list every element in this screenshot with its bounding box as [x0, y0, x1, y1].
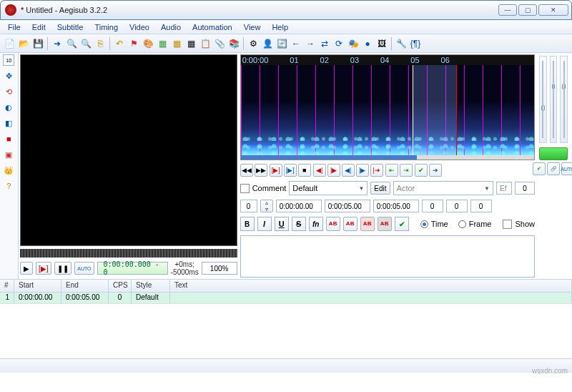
- col-cps[interactable]: CPS: [109, 280, 132, 292]
- edit-style-button[interactable]: Edit: [370, 182, 390, 195]
- col-text[interactable]: Text: [170, 280, 572, 292]
- link-slider-button[interactable]: [539, 147, 568, 160]
- auto-scroll-toggle[interactable]: AUTO: [561, 162, 572, 175]
- styles-icon[interactable]: 🎨: [142, 37, 154, 50]
- bold-button[interactable]: B: [240, 217, 255, 231]
- next-line-button[interactable]: ▶▶: [255, 164, 267, 177]
- menu-subtitle[interactable]: Subtitle: [52, 21, 89, 33]
- start-time-field[interactable]: [276, 200, 322, 212]
- stop-button[interactable]: ■: [298, 164, 311, 177]
- help-tool-icon[interactable]: ?: [3, 180, 14, 192]
- col-end[interactable]: End: [61, 280, 109, 292]
- video-timecode[interactable]: 0:00:00.000 - 0: [97, 262, 168, 275]
- play-before-end-button[interactable]: ◀|: [342, 164, 355, 177]
- menu-automation[interactable]: Automation: [187, 21, 237, 33]
- grid1-icon[interactable]: ▦: [156, 37, 169, 50]
- auto-next-toggle[interactable]: 🔗: [547, 162, 560, 175]
- drag-tool-icon[interactable]: ✥: [3, 70, 14, 82]
- color4-button[interactable]: AB: [378, 217, 392, 231]
- resample-icon[interactable]: 🔄: [275, 37, 288, 50]
- grid3-icon[interactable]: ▦: [184, 37, 197, 50]
- comment-checkbox[interactable]: [240, 184, 250, 193]
- rotz-tool-icon[interactable]: ⟲: [3, 86, 14, 97]
- gear-icon[interactable]: ⚙: [247, 37, 260, 50]
- audio-scrollbar[interactable]: [241, 155, 534, 160]
- cycle-icon[interactable]: {¶}: [409, 37, 422, 50]
- play-before-start-button[interactable]: ◀|: [313, 164, 326, 177]
- frame-radio[interactable]: [458, 220, 466, 228]
- autoscroll-toggle[interactable]: AUTO: [74, 262, 94, 275]
- menu-help[interactable]: Help: [267, 21, 293, 33]
- h-zoom-slider[interactable]: [539, 56, 547, 143]
- col-start[interactable]: Start: [14, 280, 61, 292]
- menu-view[interactable]: View: [239, 21, 266, 33]
- play-button[interactable]: ▶: [20, 262, 33, 275]
- timing-post-icon[interactable]: ←: [290, 37, 302, 50]
- karaoke-split-icon[interactable]: 👑: [3, 165, 14, 176]
- audio-selection[interactable]: [413, 65, 457, 155]
- fontname-button[interactable]: fn: [309, 217, 323, 231]
- goto-button[interactable]: ➜: [429, 164, 442, 177]
- play-after-end-button[interactable]: |▶: [356, 164, 369, 177]
- fonts-icon[interactable]: 📚: [227, 37, 240, 50]
- spellcheck-icon[interactable]: →: [304, 37, 317, 50]
- actor-combo[interactable]: Actor▼: [393, 181, 493, 195]
- video-zoom[interactable]: [202, 262, 237, 275]
- menu-audio[interactable]: Audio: [156, 21, 186, 33]
- prev-line-button[interactable]: ◀◀: [240, 164, 253, 177]
- play-to-end-button[interactable]: |➜: [370, 164, 383, 177]
- play-sel-button[interactable]: [▶]: [270, 164, 282, 177]
- search-replace-icon[interactable]: 🔍: [79, 37, 92, 50]
- play-line-audio-button[interactable]: [▶]: [284, 164, 297, 177]
- menu-edit[interactable]: Edit: [27, 21, 51, 33]
- duration-field[interactable]: [373, 200, 419, 212]
- volume-slider[interactable]: [560, 56, 568, 143]
- commit-text-button[interactable]: ✔: [395, 217, 409, 231]
- effect-val-field[interactable]: [515, 182, 535, 195]
- lead-out-button[interactable]: ⇥: [400, 164, 413, 177]
- shift-icon[interactable]: 🎭: [347, 37, 360, 50]
- sort-icon[interactable]: ⟳: [332, 37, 345, 50]
- clip-tool-icon[interactable]: ■: [3, 133, 14, 144]
- assistant-icon[interactable]: 👤: [261, 37, 274, 50]
- pause-button[interactable]: ❚❚: [54, 262, 72, 275]
- select-lines-icon[interactable]: ⇄: [318, 37, 331, 50]
- scale-tool-icon[interactable]: ◧: [3, 117, 14, 129]
- video-display[interactable]: [20, 54, 237, 246]
- margin-r-field[interactable]: [446, 200, 468, 212]
- menu-timing[interactable]: Timing: [89, 21, 123, 33]
- v-zoom-slider[interactable]: [550, 56, 558, 143]
- karaoke-icon[interactable]: 🖼: [375, 37, 388, 50]
- undo-icon[interactable]: ↶: [113, 37, 126, 50]
- grid2-icon[interactable]: ▦: [170, 37, 183, 50]
- end-time-field[interactable]: [325, 200, 370, 212]
- layer-spinner[interactable]: ▵▿: [260, 200, 273, 212]
- col-num[interactable]: #: [0, 280, 14, 292]
- text-edit-box[interactable]: [240, 235, 535, 278]
- style-combo[interactable]: Default▼: [289, 181, 368, 195]
- time-radio[interactable]: [420, 220, 428, 228]
- layer-field[interactable]: [240, 200, 257, 212]
- col-style[interactable]: Style: [132, 280, 170, 292]
- margin-l-field[interactable]: [422, 200, 443, 212]
- save-icon[interactable]: 💾: [31, 37, 44, 50]
- play-line-button[interactable]: [▶]: [36, 262, 51, 275]
- new-icon[interactable]: 📄: [3, 37, 16, 50]
- search-icon[interactable]: 🔍: [65, 37, 78, 50]
- effect-field[interactable]: [496, 182, 512, 195]
- audio-spectrogram[interactable]: 0:00:00010203040506: [240, 54, 535, 160]
- strike-button[interactable]: S: [292, 217, 306, 231]
- flag-icon[interactable]: ⚑: [127, 37, 140, 50]
- video-seekbar[interactable]: [20, 249, 237, 258]
- underline-button[interactable]: U: [275, 217, 289, 231]
- minimize-button[interactable]: —: [498, 4, 517, 16]
- auto-commit-toggle[interactable]: ✔: [533, 162, 546, 175]
- margin-v-field[interactable]: [470, 200, 492, 212]
- close-button[interactable]: ✕: [538, 4, 568, 16]
- jump-start-icon[interactable]: ➜: [51, 37, 64, 50]
- play-after-start-button[interactable]: |▶: [327, 164, 340, 177]
- italic-button[interactable]: I: [257, 217, 272, 231]
- lead-in-button[interactable]: ⇤: [385, 164, 398, 177]
- kanji-icon[interactable]: ●: [361, 37, 374, 50]
- std-tool-icon[interactable]: 10: [3, 54, 14, 66]
